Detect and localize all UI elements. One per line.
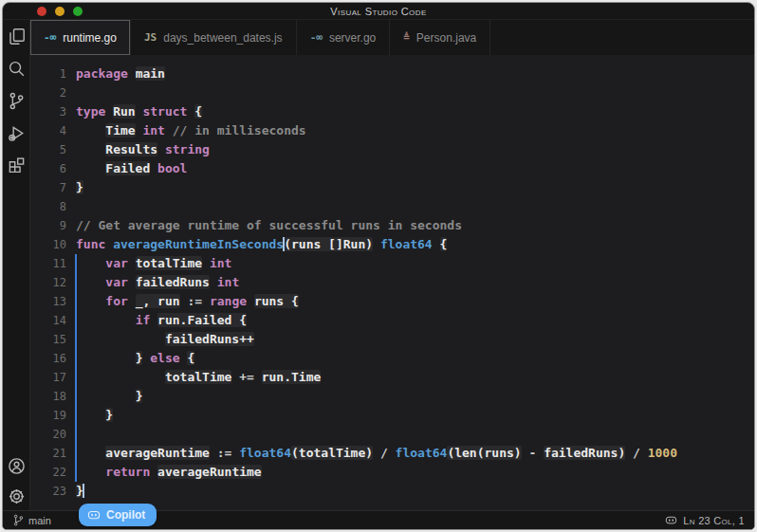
code-line[interactable]: 1package main	[30, 64, 754, 83]
code-line[interactable]: 23}	[30, 482, 754, 501]
copilot-icon	[87, 508, 101, 522]
code-line[interactable]: 19 }	[30, 406, 754, 425]
activity-settings-gear-button[interactable]	[6, 486, 27, 506]
code-text: }	[76, 482, 83, 501]
code-text: type Run struct {	[76, 102, 202, 121]
activity-explorer-button[interactable]	[6, 26, 27, 46]
activity-run-debug-button[interactable]	[6, 122, 27, 143]
code-line[interactable]: 20	[30, 425, 754, 444]
code-line[interactable]: 2	[30, 83, 754, 102]
line-number: 12	[30, 273, 76, 292]
tab-label: server.go	[329, 31, 376, 45]
code-line[interactable]: 3type Run struct {	[30, 102, 754, 121]
code-line[interactable]: 8	[30, 197, 754, 216]
title-bar: Visual Studio Code	[3, 3, 754, 20]
code-text: // Get average runtime of successful run…	[76, 216, 462, 235]
line-number: 14	[30, 311, 76, 330]
code-text: }	[76, 387, 142, 406]
tab-bar: -∞runtime.goJSdays_between_dates.js-∞ser…	[30, 20, 754, 55]
line-number: 13	[30, 292, 76, 311]
copilot-icon	[665, 514, 677, 526]
cursor-position-indicator[interactable]: Ln 23 Col, 1	[683, 515, 745, 526]
code-line[interactable]: 17 totalTime += run.Time	[30, 368, 754, 387]
line-number: 19	[30, 406, 76, 425]
code-text: Time int // in milliseconds	[76, 121, 306, 140]
code-line[interactable]: 15 failedRuns++	[30, 330, 754, 349]
java-file-icon: ≜	[403, 31, 410, 44]
activity-extensions-button[interactable]	[6, 155, 27, 175]
source-control-icon	[8, 92, 26, 110]
line-number: 11	[30, 254, 76, 273]
activity-account-button[interactable]	[6, 455, 27, 476]
go-file-icon: -∞	[44, 31, 56, 44]
code-text: } else {	[76, 349, 194, 368]
code-line[interactable]: 6 Failed bool	[30, 159, 754, 178]
line-number: 7	[30, 178, 76, 197]
code-text: func averageRuntimeInSeconds(runs []Run)…	[76, 235, 447, 254]
code-line[interactable]: 21 averageRuntime := float64(totalTime) …	[30, 444, 754, 463]
code-text: for _, run := range runs {	[76, 292, 299, 311]
branch-name: main	[28, 515, 51, 526]
copilot-button[interactable]: Copilot	[79, 504, 157, 526]
code-line[interactable]: 18 }	[30, 387, 754, 406]
git-branch-icon	[12, 514, 25, 526]
code-text: }	[76, 178, 83, 197]
tab-server.go[interactable]: -∞server.go	[297, 20, 391, 55]
copilot-button-label: Copilot	[106, 508, 145, 522]
code-editor[interactable]: 1package main23type Run struct {4 Time i…	[30, 55, 754, 510]
code-line[interactable]: 14 if run.Failed {	[30, 311, 754, 330]
activity-source-control-button[interactable]	[6, 90, 27, 111]
line-number: 4	[30, 121, 76, 140]
git-branch-indicator[interactable]: main	[12, 514, 51, 526]
tab-Person.java[interactable]: ≜Person.java	[390, 20, 490, 55]
code-text: failedRuns++	[76, 330, 254, 349]
code-text: return averageRuntime	[76, 463, 262, 482]
line-number: 9	[30, 216, 76, 235]
activity-bar	[3, 20, 30, 510]
tab-label: runtime.go	[63, 31, 117, 45]
code-line[interactable]: 16 } else {	[30, 349, 754, 368]
tab-label: Person.java	[416, 31, 476, 45]
code-line[interactable]: 10func averageRuntimeInSeconds(runs []Ru…	[30, 235, 754, 254]
line-number: 15	[30, 330, 76, 349]
line-number: 8	[30, 197, 76, 216]
code-line[interactable]: 11 var totalTime int	[30, 254, 754, 273]
code-text: averageRuntime := float64(totalTime) / f…	[76, 444, 677, 463]
tab-days_between_dates.js[interactable]: JSdays_between_dates.js	[131, 20, 297, 55]
line-number: 22	[30, 463, 76, 482]
code-text: package main	[76, 64, 165, 83]
account-icon	[8, 457, 26, 475]
code-text: Results string	[76, 140, 210, 159]
code-line[interactable]: 7}	[30, 178, 754, 197]
js-file-icon: JS	[144, 31, 157, 44]
line-number: 1	[30, 64, 76, 83]
tab-label: days_between_dates.js	[163, 31, 282, 45]
settings-gear-icon	[8, 487, 26, 505]
code-line[interactable]: 5 Results string	[30, 140, 754, 159]
code-text: }	[76, 406, 113, 425]
code-line[interactable]: 12 var failedRuns int	[30, 273, 754, 292]
line-number: 21	[30, 444, 76, 463]
code-text: totalTime += run.Time	[76, 368, 321, 387]
line-number: 3	[30, 102, 76, 121]
code-text: if run.Failed {	[76, 311, 247, 330]
code-line[interactable]: 13 for _, run := range runs {	[30, 292, 754, 311]
code-line[interactable]: 9// Get average runtime of successful ru…	[30, 216, 754, 235]
text-cursor	[283, 237, 285, 251]
activity-search-button[interactable]	[6, 58, 27, 79]
line-number: 16	[30, 349, 76, 368]
text-cursor	[83, 484, 84, 498]
code-line[interactable]: 22 return averageRuntime	[30, 463, 754, 482]
code-text: Failed bool	[76, 159, 187, 178]
window-title: Visual Studio Code	[3, 6, 754, 17]
line-number: 2	[30, 83, 76, 102]
line-number: 6	[30, 159, 76, 178]
cursor-position: Ln 23 Col, 1	[683, 515, 745, 526]
line-number: 5	[30, 140, 76, 159]
extensions-icon	[8, 156, 26, 174]
code-text: var totalTime int	[76, 254, 231, 273]
copilot-status[interactable]	[665, 514, 677, 526]
tab-runtime.go[interactable]: -∞runtime.go	[30, 20, 131, 55]
line-number: 18	[30, 387, 76, 406]
code-line[interactable]: 4 Time int // in milliseconds	[30, 121, 754, 140]
